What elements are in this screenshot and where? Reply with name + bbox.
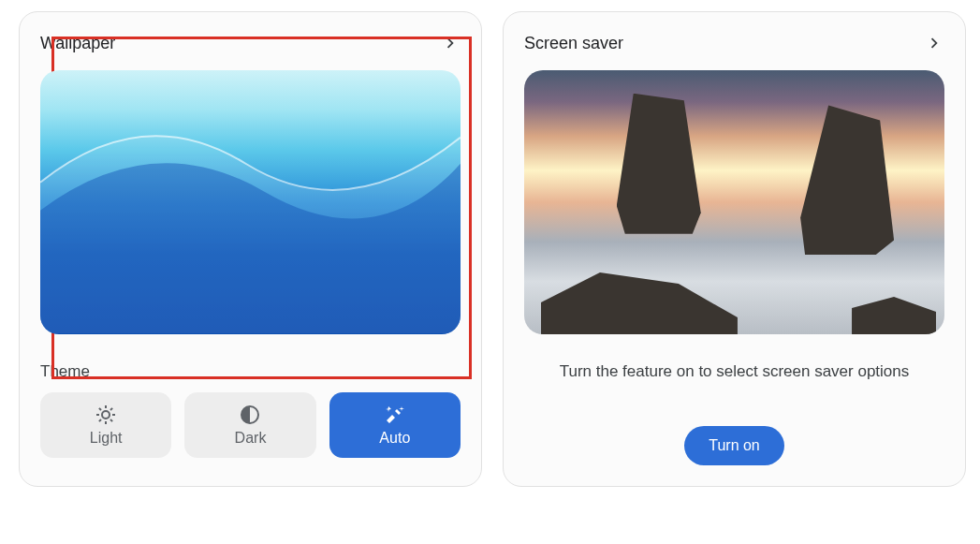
rock-graphic (541, 272, 738, 334)
svg-point-0 (102, 411, 110, 419)
wallpaper-header[interactable]: Wallpaper (40, 33, 461, 53)
chevron-right-icon (924, 33, 944, 53)
svg-line-8 (110, 408, 112, 410)
svg-line-6 (110, 419, 112, 421)
contrast-icon (239, 404, 261, 426)
turn-on-label: Turn on (709, 437, 760, 453)
rock-graphic (852, 297, 936, 334)
screensaver-header[interactable]: Screen saver (524, 33, 944, 53)
theme-dark-label: Dark (235, 430, 267, 447)
sun-icon (95, 404, 117, 426)
theme-light-button[interactable]: Light (40, 392, 171, 458)
svg-line-5 (99, 408, 101, 410)
magic-wand-icon (384, 404, 406, 426)
theme-light-label: Light (90, 430, 123, 447)
wave-graphic (40, 70, 461, 333)
theme-auto-button[interactable]: Auto (329, 392, 461, 458)
screensaver-preview-image[interactable] (524, 70, 944, 334)
screensaver-title: Screen saver (524, 34, 623, 53)
theme-dark-button[interactable]: Dark (184, 392, 315, 458)
rock-graphic (617, 94, 701, 234)
rock-graphic (800, 105, 894, 255)
theme-section-title: Theme (40, 362, 461, 381)
svg-line-7 (99, 419, 101, 421)
wallpaper-preview-image[interactable] (40, 70, 461, 334)
wallpaper-title: Wallpaper (40, 34, 115, 53)
turn-on-button[interactable]: Turn on (684, 426, 784, 465)
theme-auto-label: Auto (379, 430, 410, 447)
screensaver-card: Screen saver Turn the feature on to sele… (503, 11, 966, 487)
screensaver-helper-text: Turn the feature on to select screen sav… (524, 362, 944, 381)
screensaver-action-row: Turn on (524, 426, 944, 465)
chevron-right-icon (440, 33, 461, 53)
theme-options: Light Dark Auto (40, 392, 461, 458)
wallpaper-card: Wallpaper Theme Light Dark (19, 11, 482, 487)
